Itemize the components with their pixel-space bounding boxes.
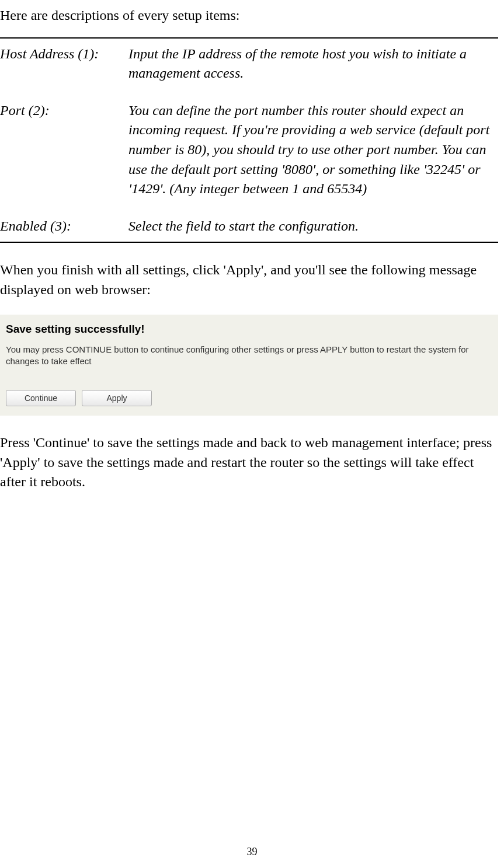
def-description: Select the field to start the configurat… [128,217,498,236]
paragraph-apply: When you finish with all settings, click… [0,260,498,299]
apply-button[interactable]: Apply [82,390,152,406]
dialog-title: Save setting successfully! [6,322,492,337]
def-label: Enabled (3): [0,217,128,236]
table-row: Port (2): You can define the port number… [0,95,498,205]
def-description: You can define the port number this rout… [128,101,498,199]
save-dialog: Save setting successfully! You may press… [0,315,498,416]
definitions-table: Host Address (1): Input the IP address o… [0,37,498,243]
dialog-text: You may press CONTINUE button to continu… [6,344,492,367]
def-description: Input the IP address of the remote host … [128,44,498,83]
dialog-buttons: Continue Apply [6,390,492,406]
page-number: 39 [247,845,258,859]
table-row: Host Address (1): Input the IP address o… [0,39,498,89]
def-label: Port (2): [0,101,128,199]
continue-button[interactable]: Continue [6,390,76,406]
intro-text: Here are descriptions of every setup ite… [0,6,498,26]
table-row: Enabled (3): Select the field to start t… [0,211,498,242]
def-label: Host Address (1): [0,44,128,83]
paragraph-continue: Press 'Continue' to save the settings ma… [0,433,498,492]
